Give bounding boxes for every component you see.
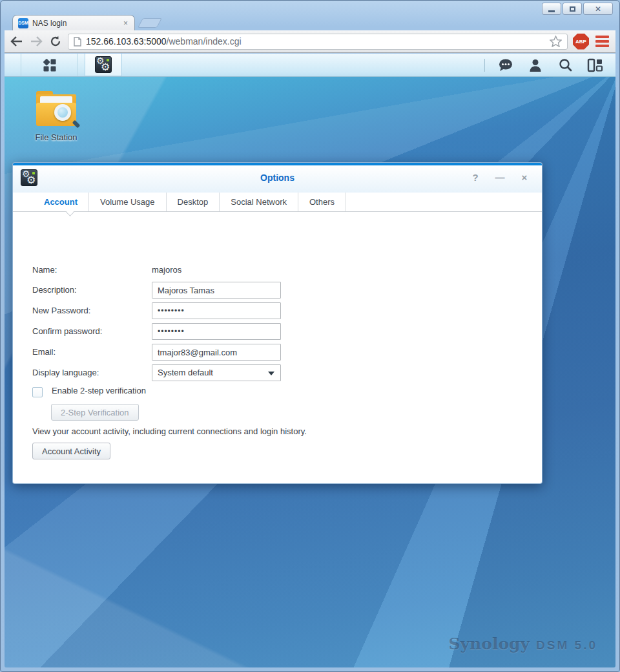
name-label: Name: bbox=[32, 262, 152, 275]
display-language-select[interactable]: System default bbox=[152, 364, 281, 381]
window-maximize-button[interactable] bbox=[563, 3, 582, 15]
dialog-help-button[interactable]: ? bbox=[470, 171, 481, 184]
watermark-version: DSM 5.0 bbox=[536, 638, 597, 653]
chevron-down-icon bbox=[268, 372, 274, 375]
tab-close-icon[interactable]: × bbox=[122, 19, 129, 28]
chat-bubble-icon bbox=[498, 58, 513, 72]
row-new-password: New Password: bbox=[32, 302, 281, 319]
forward-button[interactable] bbox=[29, 34, 43, 48]
enable-2step-checkbox[interactable] bbox=[32, 387, 43, 397]
tab-title: NAS login bbox=[32, 19, 118, 28]
dialog-title: Options bbox=[13, 173, 542, 183]
row-display-language: Display language: System default bbox=[32, 364, 281, 381]
new-password-label: New Password: bbox=[32, 302, 152, 319]
screen: DSM NAS login × ✕ bbox=[0, 0, 620, 672]
browser-tab[interactable]: DSM NAS login × bbox=[12, 15, 135, 30]
name-value: majoros bbox=[152, 262, 181, 275]
tab-volume-usage[interactable]: Volume Usage bbox=[89, 193, 167, 211]
dialog-body: Name: majoros Description: New Password:… bbox=[13, 212, 542, 484]
address-bar[interactable]: 152.66.103.63:5000/webman/index.cgi bbox=[68, 34, 568, 50]
description-input[interactable] bbox=[152, 282, 281, 299]
taskbar-left-edge[interactable] bbox=[5, 54, 21, 76]
search-button[interactable] bbox=[553, 56, 577, 74]
dialog-controls: ? — × bbox=[470, 171, 530, 184]
pilot-view-button[interactable] bbox=[583, 56, 606, 74]
person-icon bbox=[528, 58, 542, 72]
browser-window: DSM NAS login × ✕ bbox=[0, 0, 620, 672]
tab-others[interactable]: Others bbox=[298, 193, 346, 211]
file-station-label: File Station bbox=[23, 132, 90, 142]
account-activity-text: View your account activity, including cu… bbox=[32, 426, 307, 436]
close-icon: ✕ bbox=[595, 5, 601, 13]
url-text: 152.66.103.63:5000/webman/index.cgi bbox=[86, 36, 545, 47]
taskbar-right-icons bbox=[484, 54, 615, 76]
display-language-value: System default bbox=[158, 368, 213, 377]
row-name: Name: majoros bbox=[32, 262, 181, 275]
dialog-minimize-button[interactable]: — bbox=[494, 171, 506, 184]
description-label: Description: bbox=[32, 282, 152, 299]
row-2step-checkbox: Enable 2-step verification bbox=[32, 387, 146, 397]
enable-2step-label: Enable 2-step verification bbox=[52, 386, 146, 396]
main-menu-grid-icon bbox=[41, 57, 58, 74]
url-path: /webman/index.cgi bbox=[167, 36, 242, 47]
file-station-icon bbox=[35, 91, 78, 126]
dialog-tab-bar: Account Volume Usage Desktop Social Netw… bbox=[13, 193, 542, 212]
dialog-close-button[interactable]: × bbox=[519, 171, 530, 184]
dsm-favicon-icon: DSM bbox=[18, 18, 28, 28]
dialog-header[interactable]: ⚙⚙ Options ? — × bbox=[13, 165, 542, 193]
confirm-password-input[interactable] bbox=[152, 323, 281, 340]
display-language-label: Display language: bbox=[32, 364, 152, 381]
row-2step-button: 2-Step Verification bbox=[51, 404, 139, 421]
confirm-password-label: Confirm password: bbox=[32, 323, 152, 340]
email-label: Email: bbox=[32, 344, 152, 361]
browser-titlebar: DSM NAS login × ✕ bbox=[1, 1, 619, 30]
options-dialog: ⚙⚙ Options ? — × Account Volume Usage De… bbox=[12, 162, 542, 484]
url-host: 152.66.103.63:5000 bbox=[86, 36, 167, 47]
minimize-icon bbox=[548, 10, 555, 12]
adblock-plus-icon[interactable]: ABP bbox=[573, 34, 589, 50]
2step-verification-button[interactable]: 2-Step Verification bbox=[51, 404, 139, 421]
window-minimize-button[interactable] bbox=[542, 3, 561, 15]
back-button[interactable] bbox=[10, 34, 24, 48]
main-menu-button[interactable] bbox=[21, 54, 78, 76]
user-menu-button[interactable] bbox=[524, 56, 547, 74]
window-close-button[interactable]: ✕ bbox=[583, 3, 613, 15]
file-station-shortcut[interactable]: File Station bbox=[23, 91, 90, 142]
taskbar-separator bbox=[484, 59, 485, 72]
dsm-taskbar: ⚙⚙ bbox=[5, 54, 615, 77]
row-email: Email: bbox=[32, 344, 281, 361]
maximize-icon bbox=[570, 6, 575, 12]
bookmark-star-icon[interactable] bbox=[550, 36, 562, 47]
search-icon bbox=[558, 58, 573, 72]
notifications-button[interactable] bbox=[494, 56, 517, 74]
row-account-activity: Account Activity bbox=[32, 443, 110, 459]
refresh-button[interactable] bbox=[48, 34, 63, 48]
watermark-brand: Synology bbox=[448, 635, 530, 653]
page-icon bbox=[74, 37, 81, 47]
row-confirm-password: Confirm password: bbox=[32, 323, 281, 340]
tab-social-network[interactable]: Social Network bbox=[220, 193, 298, 211]
account-activity-button[interactable]: Account Activity bbox=[32, 443, 110, 459]
tab-account[interactable]: Account bbox=[32, 193, 89, 211]
email-input[interactable] bbox=[152, 344, 281, 361]
options-gears-icon: ⚙⚙ bbox=[95, 56, 112, 73]
new-tab-button[interactable] bbox=[138, 18, 162, 28]
widgets-icon bbox=[587, 58, 603, 72]
browser-toolbar: 152.66.103.63:5000/webman/index.cgi ABP bbox=[5, 30, 615, 53]
browser-menu-button[interactable] bbox=[594, 34, 610, 48]
window-controls: ✕ bbox=[542, 3, 613, 15]
taskbar-app-options-button[interactable]: ⚙⚙ bbox=[85, 54, 122, 76]
new-password-input[interactable] bbox=[152, 302, 281, 319]
row-description: Description: bbox=[32, 282, 281, 299]
dsm-watermark: Synology DSM 5.0 bbox=[448, 635, 597, 653]
tab-desktop[interactable]: Desktop bbox=[167, 193, 220, 211]
magnifier-icon bbox=[54, 104, 80, 130]
